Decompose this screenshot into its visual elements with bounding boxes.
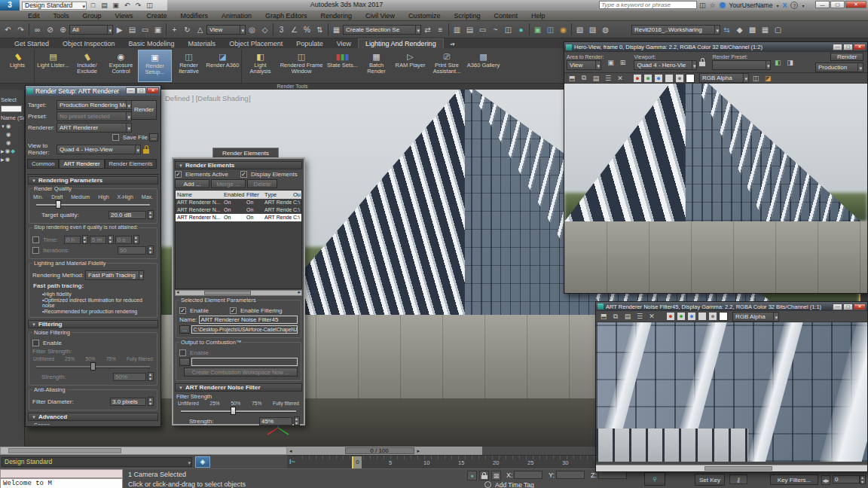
a360-gallery-button[interactable]: ▩A360 Gallery: [466, 50, 500, 82]
maximize-button[interactable]: ▢: [843, 44, 853, 50]
auto-region-icon[interactable]: ⊞: [617, 57, 628, 67]
image-horizontal-scrollbar[interactable]: [596, 465, 867, 471]
render-elements-rollout[interactable]: ▼Render Elements: [175, 161, 302, 169]
time-slider-thumb[interactable]: 0 / 100: [345, 447, 414, 454]
scene-explorer-row[interactable]: ▼◉: [0, 122, 24, 130]
tab-common[interactable]: Common: [27, 159, 59, 169]
window-crossing-icon[interactable]: ▣: [151, 23, 164, 36]
rendered-frame-window-icon[interactable]: ◫: [544, 23, 557, 36]
isolate-toggle-icon[interactable]: ◈: [195, 456, 210, 468]
reference-coordinate-dropdown[interactable]: View: [206, 25, 246, 35]
time-checkbox[interactable]: [32, 236, 39, 243]
select-and-rotate-icon[interactable]: ↻: [181, 23, 194, 36]
channel-display-dropdown[interactable]: RGB Alpha: [699, 73, 749, 83]
toolbar-extra-icon[interactable]: ▦: [759, 23, 772, 36]
compare-icon[interactable]: ◨: [784, 57, 795, 67]
maximize-button[interactable]: ▢: [830, 1, 845, 8]
element-name-field[interactable]: ART Renderer Noise Filter45: [199, 316, 298, 324]
mirror-icon[interactable]: ⇄: [421, 23, 434, 36]
spinner-snap-icon[interactable]: ⇅: [313, 23, 326, 36]
delete-button[interactable]: Delete: [247, 179, 277, 188]
save-file-checkbox[interactable]: [112, 134, 119, 141]
channel-display-dropdown[interactable]: RGB Alpha: [732, 312, 779, 322]
tab-object-placement[interactable]: Object Placement: [222, 39, 289, 48]
x-coordinate-field[interactable]: [514, 471, 542, 479]
render-setup-title-bar[interactable]: Render Setup: ART Renderer —▢✕: [26, 86, 160, 96]
menu-customize[interactable]: Customize: [402, 12, 448, 20]
state-sets-button[interactable]: ▮▮▮State Sets...: [326, 50, 359, 82]
select-and-move-icon[interactable]: +: [168, 23, 181, 36]
select-object-icon[interactable]: ▶: [113, 23, 126, 36]
table-header[interactable]: NameEnabledFilterTypeOu: [176, 191, 301, 199]
snapshot-icon[interactable]: ◧: [772, 57, 783, 67]
select-and-link-icon[interactable]: ∞: [31, 23, 44, 36]
table-row[interactable]: ART Renderer N...OnOnART Rendere...C:\: [176, 206, 301, 214]
selection-region-icon[interactable]: ▭: [139, 23, 151, 36]
close-button[interactable]: ✕: [147, 87, 159, 94]
background-color-swatch[interactable]: [686, 74, 695, 83]
help-caret-icon[interactable]: ▾: [802, 3, 804, 8]
production-dropdown[interactable]: Production: [815, 63, 863, 72]
menu-views[interactable]: Views: [108, 12, 140, 20]
add-button[interactable]: Add ...: [175, 179, 209, 188]
named-selection-sets-icon[interactable]: ▦: [330, 23, 343, 36]
clone-window-icon[interactable]: ▤: [622, 312, 633, 322]
layers-icon[interactable]: ▧: [573, 23, 586, 36]
current-frame-marker[interactable]: 0: [352, 456, 362, 468]
named-selection-dropdown[interactable]: Create Selection Se: [343, 25, 421, 35]
username-menu[interactable]: YourUserName: [729, 2, 773, 9]
alpha-channel-button[interactable]: ▣: [698, 312, 707, 321]
edit-region-icon[interactable]: ▣: [605, 57, 616, 67]
enable-filtering-checkbox[interactable]: [230, 307, 237, 314]
filter-strength-slider[interactable]: [36, 362, 150, 371]
maxscript-mini-recorder[interactable]: [0, 469, 123, 478]
monochrome-button[interactable]: ●: [675, 74, 684, 83]
workspace-selector[interactable]: Design Standard: [2, 457, 192, 467]
scene-explorer-toggle-icon[interactable]: ▥: [451, 23, 463, 36]
menu-modifiers[interactable]: Modifiers: [173, 12, 215, 20]
layer-explorer-toggle-icon[interactable]: ▤: [463, 23, 476, 36]
menu-create[interactable]: Create: [139, 12, 173, 20]
time-minutes-spinner[interactable]: [108, 235, 114, 244]
ram-player-button[interactable]: ▷RAM Player: [393, 50, 427, 82]
close-button[interactable]: ✕: [845, 1, 866, 8]
clear-image-icon[interactable]: ✕: [615, 73, 625, 83]
menu-tools[interactable]: Tools: [47, 12, 76, 20]
light-lister-button[interactable]: ▤Light Lister...: [36, 50, 70, 82]
clear-image-icon[interactable]: ✕: [646, 312, 657, 322]
print-size-assistant-button[interactable]: ⎚Print Size Assistant...: [427, 50, 466, 82]
hero-window-title-bar[interactable]: Hero-View, frame 0, Display Gamma: 2.2, …: [564, 42, 867, 52]
save-image-icon[interactable]: ⬒: [598, 312, 609, 322]
maximize-button[interactable]: ▢: [136, 87, 146, 94]
viewport-label[interactable]: Defined ] [Default Shading]: [165, 94, 251, 102]
civil-view-icon[interactable]: ◆: [733, 23, 746, 36]
revit-worksharing-dropdown[interactable]: Revit2016_..Worksharing: [631, 25, 720, 35]
ribbon-toggle-icon[interactable]: ▭: [476, 23, 489, 36]
use-pivot-center-icon[interactable]: ◎: [246, 23, 258, 36]
tab-materials[interactable]: Materials: [182, 39, 223, 48]
path-browse-button[interactable]: ...: [179, 325, 190, 334]
set-key-mode-button[interactable]: ⚲: [644, 472, 665, 486]
curve-editor-icon[interactable]: ~: [489, 23, 502, 36]
copy-image-icon[interactable]: ⧉: [610, 312, 621, 322]
add-time-tag[interactable]: Add Time Tag: [495, 481, 534, 488]
create-combustion-workspace-button[interactable]: Create Combustion Workspace Now ...: [184, 368, 298, 377]
containers-icon[interactable]: ▨: [586, 23, 599, 36]
time-hours-spinner[interactable]: [82, 235, 88, 244]
element-enable-checkbox[interactable]: [179, 307, 186, 314]
current-frame-field[interactable]: 0: [833, 475, 860, 483]
save-image-icon[interactable]: ⬒: [567, 73, 577, 83]
noise-filter-strength-slider[interactable]: [181, 407, 296, 415]
scene-explorer-column-header[interactable]: Name (Sort: [0, 114, 24, 122]
isolate-selection-icon[interactable]: ●: [467, 471, 477, 480]
search-options-icon[interactable]: ◫: [699, 2, 706, 9]
scene-explorer-search-input[interactable]: [1, 105, 22, 112]
elements-table[interactable]: NameEnabledFilterTypeOu ART Renderer N..…: [175, 190, 302, 289]
render-button[interactable]: Render: [830, 53, 863, 61]
time-minutes-field[interactable]: 5 m: [90, 236, 106, 244]
scene-explorer-row[interactable]: ▶◉◆: [0, 147, 24, 155]
view-to-render-dropdown[interactable]: Quad 4 - Hero-View: [57, 145, 141, 154]
render-setup-button[interactable]: ▣Render Setup...: [138, 50, 172, 82]
a360-icon[interactable]: X: [782, 2, 787, 9]
art-noise-filter-rollout[interactable]: ▼ART Renderer Noise Filter: [175, 383, 302, 392]
